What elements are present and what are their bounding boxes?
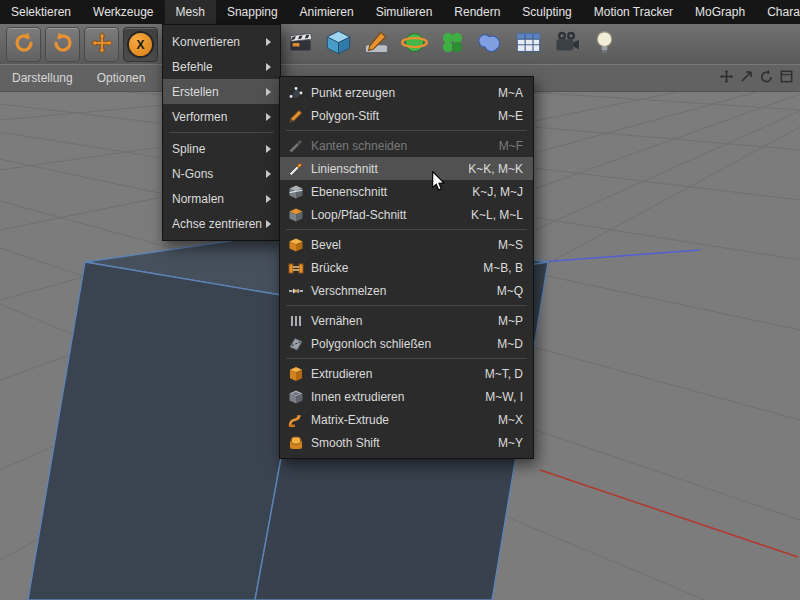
mesh-menu-item-n-gons[interactable]: N-Gons xyxy=(163,161,280,186)
ebenenschnitt-icon xyxy=(287,183,304,200)
cube-tool-button[interactable] xyxy=(322,26,354,62)
submenu-item-label: Brücke xyxy=(311,261,348,275)
undo-icon xyxy=(12,31,36,59)
x-axis-lock-button[interactable]: X xyxy=(123,27,158,62)
submenu-item-smooth-shift[interactable]: Smooth ShiftM~Y xyxy=(280,431,533,454)
array-grid-button[interactable] xyxy=(512,26,544,62)
mesh-menu-item-befehle[interactable]: Befehle xyxy=(163,54,280,79)
metaball-button[interactable] xyxy=(474,26,506,62)
submenu-item-shortcut: M~A xyxy=(484,86,523,100)
camera-button[interactable] xyxy=(550,26,582,62)
submenu-item-shortcut: M~P xyxy=(484,314,523,328)
menubar-item-motion-tracker[interactable]: Motion Tracker xyxy=(583,0,684,24)
polygonloch-schliessen-icon xyxy=(287,335,304,352)
submenu-item-label: Matrix-Extrude xyxy=(311,413,389,427)
mesh-menu-item-achse-zentrieren[interactable]: Achse zentrieren xyxy=(163,211,280,236)
submenu-item-shortcut: M~T, D xyxy=(471,367,523,381)
submenu-item-linienschnitt[interactable]: LinienschnittK~K, M~K xyxy=(280,157,533,180)
pan-button[interactable] xyxy=(718,70,734,86)
submenu-item-label: Polygon-Stift xyxy=(311,109,379,123)
menubar-item-mesh[interactable]: Mesh xyxy=(165,0,216,24)
menubar-item-werkzeuge[interactable]: Werkzeuge xyxy=(82,0,164,24)
submenu-item-innen-extrudieren[interactable]: Innen extrudierenM~W, I xyxy=(280,385,533,408)
verschmelzen-icon xyxy=(287,282,304,299)
submenu-item-label: Ebenenschnitt xyxy=(311,185,387,199)
rotate-button[interactable] xyxy=(758,70,774,86)
mesh-menu-item-spline[interactable]: Spline xyxy=(163,136,280,161)
menu-item-label: Erstellen xyxy=(172,85,219,99)
submenu-item-shortcut: K~L, M~L xyxy=(457,208,523,222)
x-axis-line xyxy=(540,470,798,557)
menubar-item-mograph[interactable]: MoGraph xyxy=(684,0,756,24)
polygon-stift-icon xyxy=(287,107,304,124)
submenu-item-shortcut: M~D xyxy=(483,337,523,351)
menu-item-label: Normalen xyxy=(172,192,224,206)
menubar-item-snapping[interactable]: Snapping xyxy=(216,0,289,24)
punkt-erzeugen-icon xyxy=(287,84,304,101)
submenu-item-loop-pfad-schnitt[interactable]: Loop/Pfad-SchnittK~L, M~L xyxy=(280,203,533,226)
submenu-item-polygonloch-schliessen[interactable]: Polygonloch schließenM~D xyxy=(280,332,533,355)
menubar-item-selektieren[interactable]: Selektieren xyxy=(0,0,82,24)
menu-item-label: Achse zentrieren xyxy=(172,217,262,231)
move-tool-button[interactable] xyxy=(84,27,119,62)
submenu-item-label: Loop/Pfad-Schnitt xyxy=(311,208,406,222)
submenu-item-ebenenschnitt[interactable]: EbenenschnittK~J, M~J xyxy=(280,180,533,203)
submenu-item-shortcut: K~K, M~K xyxy=(454,162,523,176)
submenu-item-label: Polygonloch schließen xyxy=(311,337,431,351)
matrix-extrude-icon xyxy=(287,411,304,428)
mesh-menu-item-normalen[interactable]: Normalen xyxy=(163,186,280,211)
submenu-item-bevel[interactable]: BevelM~S xyxy=(280,233,533,256)
menubar-item-sculpting[interactable]: Sculpting xyxy=(511,0,582,24)
submenu-item-label: Bevel xyxy=(311,238,341,252)
menubar-item-simulieren[interactable]: Simulieren xyxy=(365,0,444,24)
pan-icon xyxy=(719,69,734,87)
maximize-button[interactable] xyxy=(778,70,794,86)
maximize-icon xyxy=(779,69,794,87)
axis-letter: X xyxy=(136,38,144,52)
camera-icon xyxy=(553,29,580,60)
submenu-item-extrudieren[interactable]: ExtrudierenM~T, D xyxy=(280,362,533,385)
menubar-item-animieren[interactable]: Animieren xyxy=(289,0,365,24)
menubar-item-charakter[interactable]: Charakter xyxy=(756,0,800,24)
clapperboard-button[interactable] xyxy=(284,26,316,62)
submenu-arrow-icon xyxy=(266,220,271,228)
cloner-button[interactable] xyxy=(436,26,468,62)
submenu-item-shortcut: M~Y xyxy=(484,436,523,450)
light-button[interactable] xyxy=(588,26,620,62)
mesh-menu-item-erstellen[interactable]: Erstellen xyxy=(163,79,280,104)
submenu-item-bruecke[interactable]: BrückeM~B, B xyxy=(280,256,533,279)
undo-button[interactable] xyxy=(6,27,41,62)
menu-separator xyxy=(286,358,527,359)
mesh-menu-item-verformen[interactable]: Verformen xyxy=(163,104,280,129)
mesh-menu-item-konvertieren[interactable]: Konvertieren xyxy=(163,29,280,54)
smooth-shift-icon xyxy=(287,434,304,451)
toolbar-right-group xyxy=(281,25,623,63)
submenu-item-verschmelzen[interactable]: VerschmelzenM~Q xyxy=(280,279,533,302)
sphere-deformer-button[interactable] xyxy=(398,26,430,62)
submenu-item-matrix-extrude[interactable]: Matrix-ExtrudeM~X xyxy=(280,408,533,431)
viewport-menu-optionen[interactable]: Optionen xyxy=(85,65,158,91)
submenu-item-shortcut: M~X xyxy=(484,413,523,427)
metaball-icon xyxy=(477,29,504,60)
clapperboard-icon xyxy=(287,29,314,60)
menu-separator xyxy=(169,132,274,133)
submenu-item-shortcut: M~S xyxy=(484,238,523,252)
submenu-item-label: Extrudieren xyxy=(311,367,372,381)
submenu-arrow-icon xyxy=(266,195,271,203)
mesh-menu: KonvertierenBefehleErstellenVerformenSpl… xyxy=(162,24,281,241)
light-icon xyxy=(591,29,618,60)
main-toolbar: XY xyxy=(0,24,800,65)
sculpt-pen-button[interactable] xyxy=(360,26,392,62)
menubar-item-rendern[interactable]: Rendern xyxy=(443,0,511,24)
submenu-item-polygon-stift[interactable]: Polygon-StiftM~E xyxy=(280,104,533,127)
zoom-button[interactable] xyxy=(738,70,754,86)
submenu-item-punkt-erzeugen[interactable]: Punkt erzeugenM~A xyxy=(280,81,533,104)
rotate-icon xyxy=(759,69,774,87)
submenu-item-vernaehen[interactable]: VernähenM~P xyxy=(280,309,533,332)
z-axis-line xyxy=(540,250,700,262)
viewport-menu-darstellung[interactable]: Darstellung xyxy=(0,65,85,91)
redo-button[interactable] xyxy=(45,27,80,62)
submenu-item-shortcut: M~F xyxy=(485,139,523,153)
submenu-item-shortcut: M~B, B xyxy=(469,261,523,275)
submenu-arrow-icon xyxy=(266,63,271,71)
